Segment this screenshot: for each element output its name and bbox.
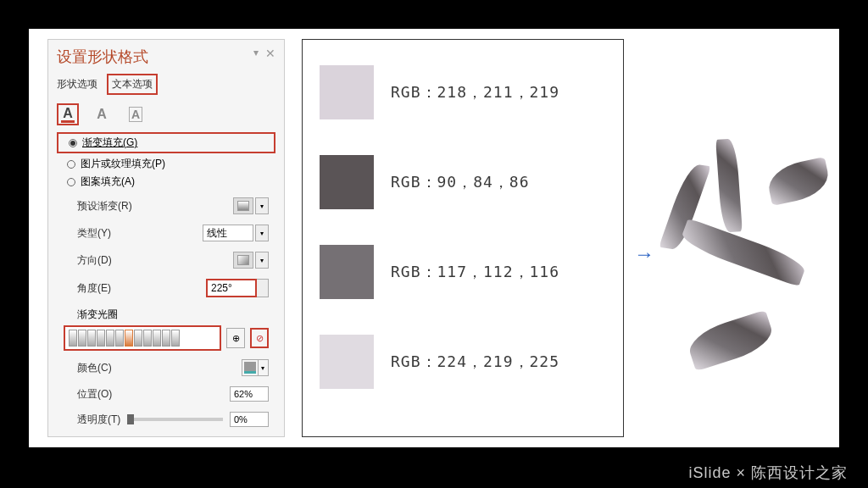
remove-stop-button[interactable]: ⊘: [250, 328, 269, 348]
gradient-stop[interactable]: [171, 330, 180, 347]
gradient-stop[interactable]: [69, 330, 77, 347]
color-swatch: [320, 65, 374, 119]
rgb-value: RGB：90，84，86: [391, 172, 530, 192]
direction-button[interactable]: [233, 252, 253, 269]
tab-text-options[interactable]: 文本选项: [107, 74, 158, 95]
gradient-stops-label: 渐变光圈: [48, 302, 284, 324]
rgb-value: RGB：117，112，116: [391, 262, 559, 282]
direction-dropdown-icon[interactable]: ▾: [255, 252, 269, 269]
color-picker-button[interactable]: ▾: [242, 359, 269, 376]
angle-spinner[interactable]: [257, 279, 269, 297]
type-label: 类型(Y): [77, 226, 111, 241]
type-select[interactable]: 线性: [203, 225, 253, 241]
add-stop-button[interactable]: ⊕: [226, 328, 245, 348]
transparency-input[interactable]: 0%: [230, 412, 269, 427]
gradient-stops-bar[interactable]: [64, 325, 221, 351]
gradient-character-preview: [663, 130, 832, 376]
radio-pattern-fill[interactable]: 图案填充(A): [67, 175, 275, 189]
gradient-stop[interactable]: [134, 330, 142, 347]
radio-dot-icon: [67, 160, 75, 169]
direction-label: 方向(D): [77, 253, 112, 268]
arrow-icon: →: [634, 242, 654, 266]
text-fill-outline-icon[interactable]: A: [57, 103, 79, 125]
gradient-stop[interactable]: [106, 330, 114, 347]
pin-icon[interactable]: ▾: [253, 47, 259, 58]
gradient-stop[interactable]: [87, 330, 96, 347]
gradient-stop[interactable]: [97, 330, 105, 347]
angle-label: 角度(E): [77, 281, 111, 296]
color-swatch: [320, 335, 374, 389]
color-swatch-panel: RGB：218，211，219 RGB：90，84，86 RGB：117，112…: [302, 39, 624, 437]
position-input[interactable]: 62%: [230, 386, 269, 402]
swatch-item: RGB：90，84，86: [320, 155, 606, 209]
panel-title: 设置形状格式: [57, 47, 275, 67]
swatch-item: RGB：117，112，116: [320, 245, 606, 299]
gradient-stop[interactable]: [162, 330, 170, 347]
preset-gradient-button[interactable]: [233, 197, 253, 214]
angle-input[interactable]: 225°: [206, 279, 257, 297]
gradient-stop[interactable]: [153, 330, 161, 347]
radio-gradient-fill[interactable]: 渐变填充(G): [57, 132, 275, 153]
type-dropdown-icon[interactable]: ▾: [255, 225, 269, 241]
color-swatch: [320, 155, 374, 209]
transparency-slider[interactable]: [127, 418, 223, 421]
color-label: 颜色(C): [77, 361, 112, 375]
textbox-icon[interactable]: A: [125, 103, 147, 125]
transparency-label: 透明度(T): [77, 413, 120, 427]
radio-dot-icon: [69, 139, 77, 147]
gradient-stop[interactable]: [78, 330, 86, 347]
swatch-item: RGB：218，211，219: [320, 65, 606, 119]
radio-dot-icon: [67, 178, 75, 186]
gradient-stop-selected[interactable]: [125, 330, 133, 347]
preset-dropdown-icon[interactable]: ▾: [255, 197, 269, 214]
swatch-item: RGB：224，219，225: [320, 335, 606, 389]
rgb-value: RGB：218，211，219: [391, 82, 559, 103]
position-label: 位置(O): [77, 387, 112, 402]
close-icon[interactable]: ✕: [265, 47, 275, 60]
gradient-stop[interactable]: [143, 330, 152, 347]
gradient-stop[interactable]: [115, 330, 124, 347]
format-shape-panel: 设置形状格式 ▾ ✕ 形状选项 文本选项 A A A 渐变填充(G) 图片或纹理…: [47, 39, 285, 437]
text-effects-icon[interactable]: A: [91, 103, 113, 125]
radio-picture-fill[interactable]: 图片或纹理填充(P): [67, 157, 275, 171]
preset-gradient-label: 预设渐变(R): [77, 199, 132, 214]
watermark-text: iSlide × 陈西设计之家: [688, 463, 848, 483]
rgb-value: RGB：224，219，225: [391, 352, 559, 372]
color-swatch: [320, 245, 374, 299]
tab-shape-options[interactable]: 形状选项: [57, 77, 97, 92]
